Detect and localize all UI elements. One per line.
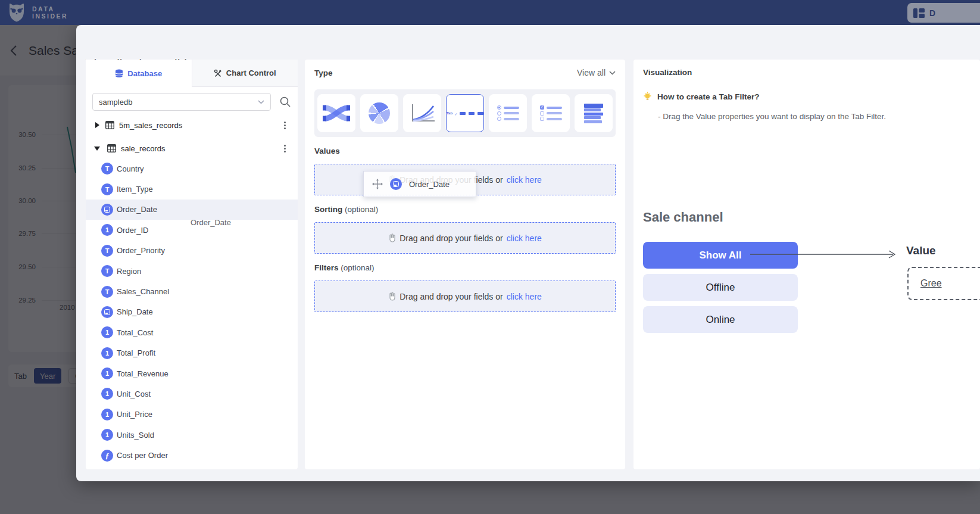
chart-type-pie[interactable] (360, 94, 398, 132)
field-row[interactable]: TCountry (86, 158, 298, 179)
field-label: Country (117, 164, 144, 173)
checkbox-list-icon (540, 104, 562, 123)
sorting-section-label: Sorting (optional) (314, 205, 378, 214)
search-icon (279, 96, 291, 108)
field-label: Unit_Cost (117, 390, 151, 398)
chart-type-strip: Tab (314, 89, 616, 137)
brand-line2: INSIDER (32, 13, 68, 20)
chart-type-sankey[interactable] (317, 94, 355, 132)
text-field-icon: T (101, 265, 113, 277)
chart-type-radio-list[interactable] (489, 94, 527, 132)
number-field-icon: 1 (101, 429, 113, 441)
chart-type-line[interactable] (403, 94, 441, 132)
brand-logo[interactable]: DATA INSIDER (7, 2, 68, 23)
click-here-link[interactable]: click here (507, 233, 542, 243)
field-label: Total_Revenue (117, 369, 168, 378)
function-field-icon: ƒ (101, 450, 113, 462)
topbar: DATA INSIDER D (0, 0, 980, 25)
tab-chart-control-label: Chart Control (226, 68, 276, 77)
field-list: TCountry TItem_Type Order_Date 1Order_ID… (86, 158, 298, 466)
tab-database-label: Database (127, 69, 162, 78)
field-row[interactable]: 1Unit_Price (86, 404, 298, 425)
owl-logo-icon (7, 2, 26, 23)
database-select[interactable]: sampledb (92, 93, 271, 111)
field-row-selected[interactable]: Order_Date (86, 200, 298, 220)
annotation-dashed-box: Gree (907, 267, 980, 300)
field-row[interactable]: 1Unit_Cost (86, 384, 298, 404)
line-chart-icon (409, 103, 435, 123)
move-icon (372, 179, 383, 189)
field-label: Cost per Order (117, 451, 168, 460)
text-field-icon: T (101, 286, 113, 298)
sorting-drop-zone[interactable]: Drag and drop your fields or click here (314, 222, 616, 254)
field-label: Total_Profit (117, 348, 155, 357)
chart-type-tab-filter[interactable]: Tab (446, 94, 484, 132)
search-button[interactable] (277, 95, 293, 110)
brand-line1: DATA (32, 5, 68, 13)
date-field-icon (101, 306, 113, 318)
number-field-icon: 1 (101, 326, 113, 338)
text-field-icon: T (101, 245, 113, 257)
field-row[interactable]: 1Units_Sold (86, 425, 298, 445)
caret-down-icon[interactable] (94, 147, 100, 151)
drop-placeholder: Drag and drop your fields or (400, 233, 503, 243)
lightbulb-icon (643, 92, 652, 101)
number-field-icon: 1 (101, 224, 113, 236)
field-row[interactable]: 1Total_Profit (86, 343, 298, 363)
field-label: Sales_Channel (117, 287, 169, 296)
tab-filter-icon: Tab (447, 111, 483, 115)
field-row[interactable]: TItem_Type (86, 179, 298, 199)
field-row[interactable]: Ship_Date (86, 302, 298, 322)
dashboard-button[interactable]: D (907, 3, 980, 23)
date-field-icon (390, 178, 402, 190)
table-row-5m-sales-records[interactable]: 5m_sales_records (86, 117, 298, 133)
annotation-value-label: Value (906, 244, 936, 257)
chart-type-table[interactable] (575, 94, 613, 132)
radio-list-icon (497, 104, 519, 123)
field-row[interactable]: TSales_Channel (86, 281, 298, 301)
field-label: Unit_Price (117, 410, 152, 419)
caret-right-icon[interactable] (95, 122, 99, 128)
number-field-icon: 1 (101, 347, 113, 359)
layout-icon (913, 8, 925, 18)
visualization-panel: Visualization How to create a Tab Filter… (633, 60, 980, 469)
field-row[interactable]: 1Total_Revenue (86, 363, 298, 384)
tab-chart-control[interactable]: Chart Control (192, 60, 298, 87)
tip-title: How to create a Tab Filter? (657, 92, 760, 101)
table-icon (105, 121, 114, 129)
kebab-menu-icon[interactable] (284, 124, 286, 126)
annotation-link[interactable]: Gree (920, 278, 942, 289)
builder-panel: Type View all (305, 60, 625, 469)
table-chart-icon (584, 102, 603, 124)
number-field-icon: 1 (101, 367, 113, 379)
pie-icon (369, 102, 390, 124)
tools-icon (214, 69, 222, 77)
field-row[interactable]: TOrder_Priority (86, 241, 298, 261)
type-section-label: Type (314, 68, 333, 77)
field-row[interactable]: TRegion (86, 261, 298, 281)
field-label: Order_Date (117, 205, 157, 214)
drag-ghost-label: Order_Date (409, 180, 450, 189)
filter-button-online[interactable]: Online (643, 306, 798, 333)
table-icon (107, 144, 116, 152)
view-all-button[interactable]: View all (577, 68, 616, 77)
kebab-menu-icon[interactable] (284, 148, 286, 149)
filters-section-label: Filters (optional) (314, 263, 374, 272)
tab-database[interactable]: Database (86, 60, 192, 87)
filters-drop-zone[interactable]: Drag and drop your fields or click here (314, 281, 616, 312)
values-section-label: Values (314, 147, 340, 155)
click-here-link[interactable]: click here (507, 292, 542, 301)
table-row-sale-records[interactable]: sale_records (86, 140, 298, 157)
field-label: Units_Sold (117, 431, 154, 440)
field-row[interactable]: 1Total_Cost (86, 322, 298, 342)
table-name: sale_records (121, 144, 165, 153)
field-label: Ship_Date (117, 307, 153, 316)
dashboard-button-label: D (929, 8, 935, 18)
field-row[interactable]: ƒCost per Order (86, 445, 298, 465)
click-here-link[interactable]: click here (507, 175, 542, 185)
drag-ghost-chip[interactable]: Order_Date (363, 171, 476, 197)
visualization-label: Visualization (643, 68, 692, 77)
hand-drag-icon (388, 233, 396, 242)
chart-type-checkbox-list[interactable] (532, 94, 570, 132)
filter-button-offline[interactable]: Offline (643, 274, 798, 301)
